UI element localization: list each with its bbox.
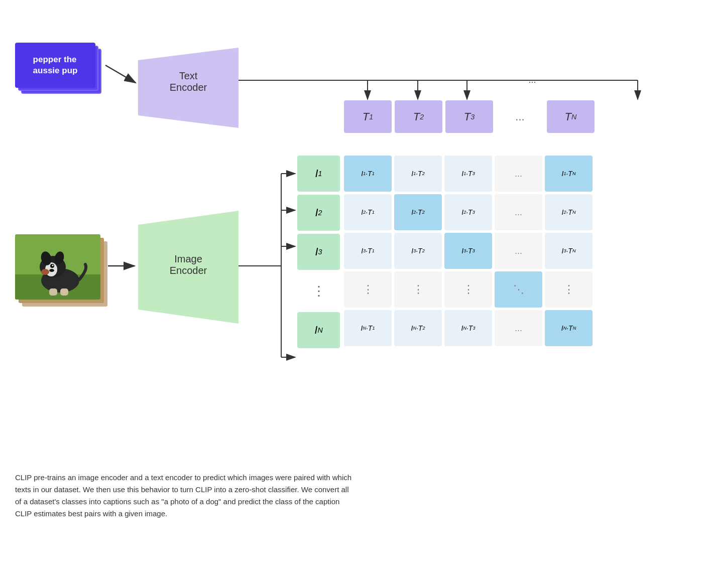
i-header-2: I2 — [297, 195, 340, 231]
svg-text:...: ... — [528, 75, 536, 85]
i-header-3: I3 — [297, 234, 340, 270]
cell-1-1: I2·T2 — [394, 194, 442, 230]
i-header-dots: ⋮ — [297, 273, 340, 309]
text-encoder-label-line2: Encoder — [170, 82, 207, 93]
cell-1-3: ... — [495, 194, 542, 230]
image-encoder-label-line1: Image — [174, 253, 202, 264]
svg-rect-27 — [49, 288, 57, 296]
caption-body: CLIP pre-trains an image encoder and a t… — [15, 473, 351, 518]
svg-point-21 — [41, 269, 49, 275]
cell-3-0: ⋮ — [344, 271, 392, 308]
cell-2-2: I3·T3 — [444, 233, 492, 269]
text-encoder-label: Text Encoder — [148, 70, 228, 93]
text-line2: aussie pup — [33, 66, 78, 75]
cell-3-3: ⋱ — [495, 271, 542, 308]
cell-1-0: I2·T1 — [344, 194, 392, 230]
t-header-2: T2 — [395, 100, 442, 133]
cell-1-4: I2·TN — [545, 194, 593, 230]
text-input-label: pepper the aussie pup — [33, 54, 78, 76]
t-header-1: T1 — [344, 100, 392, 133]
text-line1: pepper the — [33, 55, 77, 64]
cell-4-1: IN·T2 — [394, 310, 442, 346]
cell-4-2: IN·T3 — [444, 310, 492, 346]
cell-2-4: I3·TN — [545, 233, 593, 269]
text-input-cards: pepper the aussie pup — [15, 43, 105, 103]
diagram-container: ... pepper the aussie pup — [0, 0, 708, 452]
t-matrix-headers: T1 T2 T3 ... TN — [344, 100, 595, 133]
cell-0-3: ... — [495, 156, 542, 192]
svg-point-26 — [49, 269, 54, 272]
image-card-front — [15, 234, 100, 300]
cell-3-2: ⋮ — [444, 271, 492, 308]
cell-4-3: ... — [495, 310, 542, 346]
text-encoder-box: Text Encoder — [138, 48, 239, 128]
cell-2-0: I3·T1 — [344, 233, 392, 269]
cell-3-1: ⋮ — [394, 271, 442, 308]
text-encoder-label-line1: Text — [179, 70, 198, 81]
cell-2-1: I3·T2 — [394, 233, 442, 269]
svg-line-1 — [105, 65, 136, 83]
cell-4-4: IN·TN — [545, 310, 593, 346]
svg-rect-28 — [60, 288, 68, 296]
image-encoder-box: Image Encoder — [138, 211, 239, 324]
cell-0-0: I1·T1 — [344, 156, 392, 192]
i-header-1: I1 — [297, 156, 340, 192]
t-header-3: T3 — [445, 100, 493, 133]
cell-0-2: I1·T3 — [444, 156, 492, 192]
t-header-dots: ... — [496, 100, 544, 133]
image-encoder-label: Image Encoder — [148, 253, 228, 276]
cell-2-3: ... — [495, 233, 542, 269]
cell-3-4: ⋮ — [545, 271, 593, 308]
image-input-cards — [15, 234, 115, 310]
cell-0-4: I1·TN — [545, 156, 593, 192]
svg-point-25 — [52, 265, 54, 266]
i-header-n: IN — [297, 312, 340, 348]
caption-text: CLIP pre-trains an image encoder and a t… — [15, 472, 357, 520]
dog-illustration — [15, 234, 100, 300]
image-encoder-label-line2: Encoder — [170, 265, 207, 276]
cell-0-1: I1·T2 — [394, 156, 442, 192]
t-header-n: TN — [547, 100, 595, 133]
text-card-front: pepper the aussie pup — [15, 43, 95, 88]
similarity-matrix: I1·T1 I1·T2 I1·T3 ... I1·TN I2·T1 I2·T2 … — [344, 156, 593, 346]
cell-1-2: I2·T3 — [444, 194, 492, 230]
cell-4-0: IN·T1 — [344, 310, 392, 346]
